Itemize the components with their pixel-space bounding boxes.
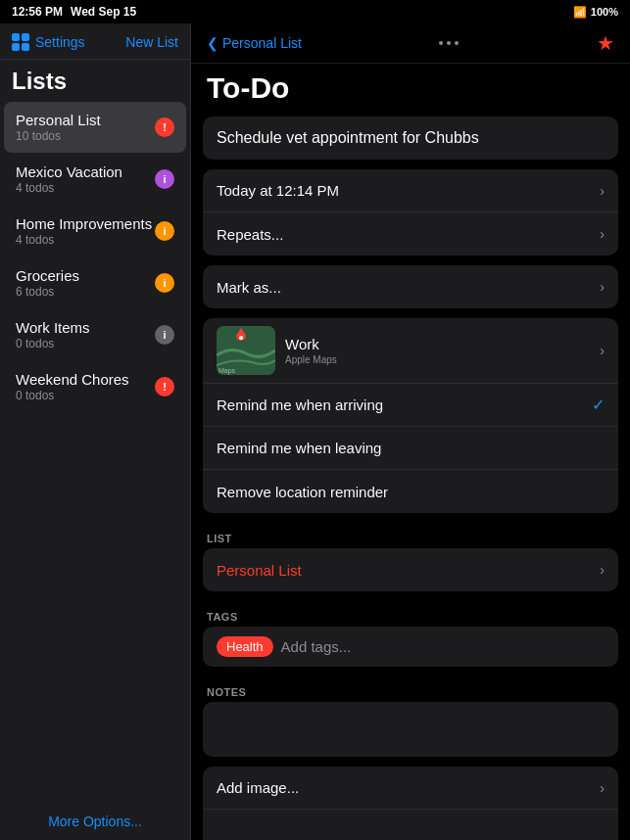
sidebar-item-groceries[interactable]: Groceries 6 todos i (4, 257, 186, 308)
svg-text:Maps: Maps (218, 367, 236, 375)
health-tag[interactable]: Health (217, 636, 273, 657)
remind-arriving-label: Remind me when arriving (217, 397, 383, 413)
star-button[interactable]: ★ (597, 31, 614, 55)
add-tags-button[interactable]: Add tags... (281, 638, 352, 655)
more-options-button[interactable]: More Options... (48, 814, 142, 829)
remind-leaving-row[interactable]: Remind me when leaving (203, 427, 618, 470)
todo-title: To-Do (191, 64, 630, 117)
main-content: ❮ Personal List ★ To-Do Schedule vet app… (191, 23, 630, 840)
badge: i (155, 273, 174, 293)
mark-as-chevron-icon: › (600, 279, 605, 295)
sidebar-item-work-items[interactable]: Work Items 0 todos i (4, 309, 186, 360)
sidebar-item-mexico-vacation[interactable]: Mexico Vacation 4 todos i (4, 154, 186, 205)
app-container: Settings New List Lists Personal List 10… (0, 23, 630, 840)
settings-label: Settings (35, 34, 85, 50)
task-title-label: Schedule vet appointment for Chubbs (217, 129, 479, 147)
map-preview: Maps (217, 326, 275, 375)
item-name: Groceries (16, 267, 155, 284)
apple-maps-badge: Apple Maps (285, 354, 600, 365)
mark-as-card: Mark as... › (203, 265, 618, 308)
item-count: 4 todos (16, 181, 155, 195)
checkmark-icon: ✓ (592, 396, 605, 414)
repeats-row[interactable]: Repeats... › (203, 212, 618, 256)
sidebar-title: Lists (0, 60, 190, 101)
tags-card: Health Add tags... (203, 627, 618, 667)
sidebar-item-weekend-chores[interactable]: Weekend Chores 0 todos ! (4, 361, 186, 412)
status-date: Wed Sep 15 (71, 5, 136, 19)
item-name: Work Items (16, 319, 155, 336)
wifi-icon: 📶 (573, 6, 587, 19)
item-name: Weekend Chores (16, 371, 155, 388)
item-count: 10 todos (16, 129, 155, 143)
grid-icon (12, 33, 29, 51)
badge: ! (155, 117, 174, 137)
list-card: Personal List › (203, 548, 618, 591)
item-count: 6 todos (16, 285, 155, 299)
item-count: 4 todos (16, 233, 155, 247)
list-value: Personal List (217, 562, 302, 579)
task-title-card: Schedule vet appointment for Chubbs (203, 117, 618, 160)
repeats-label: Repeats... (217, 226, 283, 243)
remind-arriving-row[interactable]: Remind me when arriving ✓ (203, 384, 618, 427)
item-name: Home Improvements (16, 215, 155, 232)
tags-section-label: TAGS (203, 601, 618, 627)
sidebar-item-personal-list[interactable]: Personal List 10 todos ! (4, 102, 186, 153)
item-name: Personal List (16, 112, 155, 128)
add-image-chevron-icon: › (600, 780, 605, 796)
location-card: Maps Work Apple Maps › Remind me when ar… (203, 318, 618, 513)
list-row[interactable]: Personal List › (203, 548, 618, 591)
date-row[interactable]: Today at 12:14 PM › (203, 169, 618, 212)
repeats-chevron-icon: › (600, 226, 605, 242)
notes-input[interactable] (217, 712, 605, 743)
sidebar-more: More Options... (0, 803, 190, 840)
mark-as-row[interactable]: Mark as... › (203, 265, 618, 308)
settings-button[interactable]: Settings (12, 33, 85, 51)
notes-area (203, 702, 618, 757)
item-count: 0 todos (16, 389, 155, 402)
list-section-label: LIST (203, 523, 618, 548)
badge: ! (155, 377, 174, 397)
back-button[interactable]: ❮ Personal List (207, 35, 302, 51)
new-list-button[interactable]: New List (125, 34, 178, 50)
badge: i (155, 221, 174, 241)
task-title-row: Schedule vet appointment for Chubbs (203, 117, 618, 160)
date-repeats-card: Today at 12:14 PM › Repeats... › (203, 169, 618, 256)
back-label: Personal List (222, 35, 302, 51)
item-count: 0 todos (16, 337, 155, 350)
svg-point-1 (239, 336, 243, 340)
status-bar: 12:56 PM Wed Sep 15 📶 100% (0, 0, 630, 23)
mark-as-label: Mark as... (217, 279, 281, 296)
main-scroll: Schedule vet appointment for Chubbs Toda… (191, 117, 630, 840)
remove-location-row[interactable]: Remove location reminder (203, 470, 618, 513)
battery-label: 100% (591, 6, 618, 18)
main-header: ❮ Personal List ★ (191, 23, 630, 64)
sidebar: Settings New List Lists Personal List 10… (0, 23, 191, 840)
sidebar-list: Personal List 10 todos ! Mexico Vacation… (0, 101, 190, 803)
map-row[interactable]: Maps Work Apple Maps › (203, 318, 618, 384)
badge: i (155, 325, 174, 345)
remove-location-label: Remove location reminder (217, 484, 388, 500)
date-label: Today at 12:14 PM (217, 182, 339, 199)
badge: i (155, 169, 174, 189)
back-chevron-icon: ❮ (207, 35, 218, 51)
add-image-card: Add image... › (203, 767, 618, 840)
more-dots[interactable] (439, 41, 459, 45)
sidebar-item-home-improvements[interactable]: Home Improvements 4 todos i (4, 206, 186, 257)
map-chevron-icon: › (600, 343, 605, 358)
notes-section-label: NOTES (203, 677, 618, 702)
add-image-row[interactable]: Add image... › (203, 767, 618, 810)
map-location-label: Work (285, 336, 600, 352)
status-time: 12:56 PM (12, 5, 63, 19)
date-chevron-icon: › (600, 183, 605, 199)
list-chevron-icon: › (600, 562, 605, 578)
sidebar-header: Settings New List (0, 23, 190, 60)
tags-row: Health Add tags... (203, 627, 618, 667)
item-name: Mexico Vacation (16, 163, 155, 180)
remind-leaving-label: Remind me when leaving (217, 440, 381, 456)
add-image-label: Add image... (217, 779, 299, 796)
